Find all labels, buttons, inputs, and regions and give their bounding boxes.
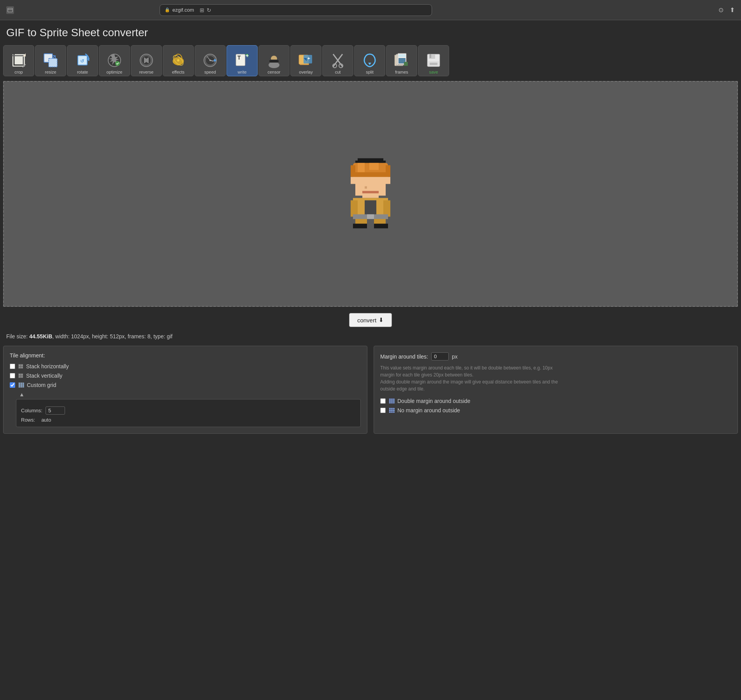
no-margin-label[interactable]: No margin around outside (397, 407, 460, 413)
columns-label: Columns: (21, 408, 42, 413)
save-icon (426, 53, 441, 68)
file-size-prefix: File size: (6, 333, 29, 339)
tool-optimize[interactable]: optimize (99, 45, 130, 76)
svg-rect-66 (353, 224, 367, 229)
tool-speed[interactable]: speed (195, 45, 226, 76)
share-icon[interactable]: ⬆ (730, 6, 735, 14)
page-title: GIF to Sprite Sheet converter (0, 26, 741, 45)
svg-text:↺: ↺ (80, 58, 84, 64)
url-text: ezgif.com (172, 7, 194, 13)
resize-icon (43, 53, 58, 68)
file-size-value: 44.55KiB (29, 333, 52, 339)
rotate-icon: ↺ (75, 53, 90, 68)
download-icon[interactable]: ⊙ (718, 6, 723, 14)
svg-rect-5 (49, 58, 57, 67)
tile-alignment-title: Tile alignment: (10, 352, 361, 359)
main-content: GIF to Sprite Sheet converter crop (0, 20, 741, 440)
stack-vertically-label[interactable]: Stack vertically (26, 373, 62, 379)
effects-icon (170, 53, 186, 68)
tool-reverse[interactable]: reverse (131, 45, 162, 76)
split-icon (362, 53, 378, 68)
rotate-label: rotate (77, 70, 88, 74)
expand-arrow[interactable]: ▲ (10, 391, 361, 397)
margin-box: Margin around tiles: px This value sets … (374, 346, 738, 434)
gif-preview-area (3, 81, 738, 307)
tool-resize[interactable]: resize (35, 45, 66, 76)
margin-input[interactable] (431, 352, 449, 361)
custom-grid-checkbox[interactable] (10, 382, 15, 388)
grid-options-box: Columns: Rows: auto (16, 399, 361, 427)
reverse-icon (139, 53, 154, 68)
stack-horizontally-checkbox[interactable] (10, 364, 15, 369)
stack-vertically-icon (18, 373, 23, 378)
margin-desc-1: This value sets margin around each tile,… (380, 364, 731, 371)
reverse-label: reverse (139, 70, 154, 74)
frames-label: frames (395, 70, 408, 74)
rows-value: auto (41, 417, 51, 423)
tool-crop[interactable]: crop (3, 45, 34, 76)
options-section: Tile alignment: Stack horizontally Stack… (0, 346, 741, 440)
svg-rect-53 (358, 163, 365, 172)
stack-horizontally-label[interactable]: Stack horizontally (26, 363, 69, 369)
browser-actions: ⊙ ⬆ (718, 6, 735, 14)
svg-rect-42 (404, 62, 408, 66)
no-margin-checkbox[interactable] (380, 408, 386, 413)
svg-rect-0 (8, 8, 12, 12)
effects-label: effects (172, 70, 184, 74)
svg-rect-54 (369, 163, 379, 170)
tool-split[interactable]: split (354, 45, 385, 76)
tool-write[interactable]: T write (227, 45, 258, 76)
write-label: write (237, 70, 246, 74)
lock-icon: 🔒 (165, 7, 170, 12)
file-info: File size: 44.55KiB, width: 1024px, heig… (0, 332, 741, 346)
write-icon: T (234, 53, 250, 68)
double-margin-row: Double margin around outside (380, 398, 731, 404)
custom-grid-label[interactable]: Custom grid (27, 382, 56, 388)
tool-cut[interactable]: cut (322, 45, 353, 76)
tool-rotate[interactable]: ↺ rotate (67, 45, 98, 76)
svg-rect-59 (362, 193, 379, 198)
tool-save[interactable]: save (418, 45, 449, 76)
convert-button[interactable]: convert ⬇ (349, 313, 392, 327)
stack-vertically-row: Stack vertically (10, 373, 361, 379)
double-margin-label[interactable]: Double margin around outside (397, 398, 471, 404)
tool-effects[interactable]: effects (163, 45, 194, 76)
stack-horizontally-row: Stack horizontally (10, 363, 361, 369)
margin-desc-3: Adding double margin around the image wi… (380, 378, 731, 385)
tool-censor[interactable]: censor (258, 45, 290, 76)
translate-icon: ⊞ (200, 7, 204, 13)
margin-label: Margin around tiles: (380, 354, 428, 360)
margin-desc-4: outside edge and tile. (380, 385, 731, 392)
svg-rect-56 (353, 172, 388, 177)
split-label: split (366, 70, 374, 74)
toolbar: crop resize ↺ ro (0, 45, 741, 76)
custom-grid-icon (18, 382, 24, 388)
stack-vertically-checkbox[interactable] (10, 373, 15, 378)
refresh-icon[interactable]: ↻ (207, 7, 211, 13)
margin-row: Margin around tiles: px (380, 352, 731, 361)
convert-icon: ⬇ (379, 317, 384, 324)
optimize-icon (107, 53, 122, 68)
tool-frames[interactable]: frames (386, 45, 417, 76)
tool-overlay[interactable]: overlay (290, 45, 321, 76)
overlay-label: overlay (299, 70, 313, 74)
no-margin-icon (389, 408, 394, 413)
svg-rect-69 (367, 215, 374, 219)
double-margin-checkbox[interactable] (380, 398, 386, 404)
censor-label: censor (267, 70, 280, 74)
svg-rect-45 (430, 54, 431, 58)
rows-label: Rows: (21, 417, 35, 423)
svg-rect-58 (386, 177, 390, 184)
save-label: save (429, 70, 438, 74)
columns-input[interactable] (46, 406, 65, 415)
svg-rect-62 (383, 201, 390, 217)
cut-label: cut (335, 70, 341, 74)
speed-icon (202, 53, 218, 68)
margin-unit: px (452, 354, 458, 360)
svg-rect-57 (351, 177, 355, 184)
file-size-rest: , width: 1024px, height: 512px, frames: … (52, 333, 172, 339)
double-margin-icon (389, 398, 394, 404)
convert-label: convert (357, 317, 376, 324)
convert-area: convert ⬇ (0, 307, 741, 332)
address-bar[interactable]: 🔒 ezgif.com ⊞ ↻ (160, 4, 432, 16)
